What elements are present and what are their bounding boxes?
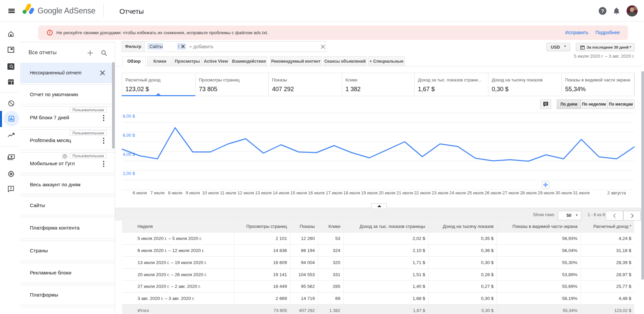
- svg-text:23 июля: 23 июля: [432, 190, 448, 195]
- svg-text:14 июля: 14 июля: [273, 190, 289, 195]
- svg-text:28 июля: 28 июля: [520, 190, 536, 195]
- svg-text:2 августа: 2 августа: [607, 190, 626, 195]
- svg-text:6 июля: 6 июля: [133, 190, 147, 195]
- svg-text:21 июля: 21 июля: [396, 190, 413, 195]
- svg-text:24 июля: 24 июля: [449, 190, 466, 195]
- svg-text:10 июля: 10 июля: [202, 190, 219, 195]
- svg-text:29 июля: 29 июля: [538, 190, 554, 195]
- svg-text:30 июля: 30 июля: [555, 190, 572, 195]
- svg-text:16 июля: 16 июля: [308, 190, 324, 195]
- svg-text:20 июля: 20 июля: [379, 190, 395, 195]
- svg-text:22 июля: 22 июля: [414, 190, 430, 195]
- svg-text:9 июля: 9 июля: [185, 190, 200, 195]
- svg-text:8,00 $: 8,00 $: [123, 114, 135, 119]
- svg-text:11 июля: 11 июля: [220, 190, 236, 195]
- svg-text:26 июля: 26 июля: [485, 190, 501, 195]
- svg-text:13 июля: 13 июля: [255, 190, 271, 195]
- svg-text:27 июля: 27 июля: [502, 190, 519, 195]
- svg-text:?: ?: [601, 8, 604, 14]
- svg-text:4,00 $: 4,00 $: [123, 152, 135, 157]
- svg-text:18 июля: 18 июля: [343, 190, 360, 195]
- svg-text:8 июля: 8 июля: [168, 190, 182, 195]
- svg-text:7 июля: 7 июля: [150, 190, 164, 195]
- svg-text:15 июля: 15 июля: [290, 190, 307, 195]
- svg-text:2,00 $: 2,00 $: [123, 171, 135, 176]
- svg-text:19 июля: 19 июля: [361, 190, 377, 195]
- svg-text:17 июля: 17 июля: [326, 190, 342, 195]
- svg-text:25 июля: 25 июля: [467, 190, 483, 195]
- svg-text:6,00 $: 6,00 $: [123, 133, 135, 138]
- svg-text:12 июля: 12 июля: [237, 190, 254, 195]
- svg-text:31 июля: 31 июля: [573, 190, 589, 195]
